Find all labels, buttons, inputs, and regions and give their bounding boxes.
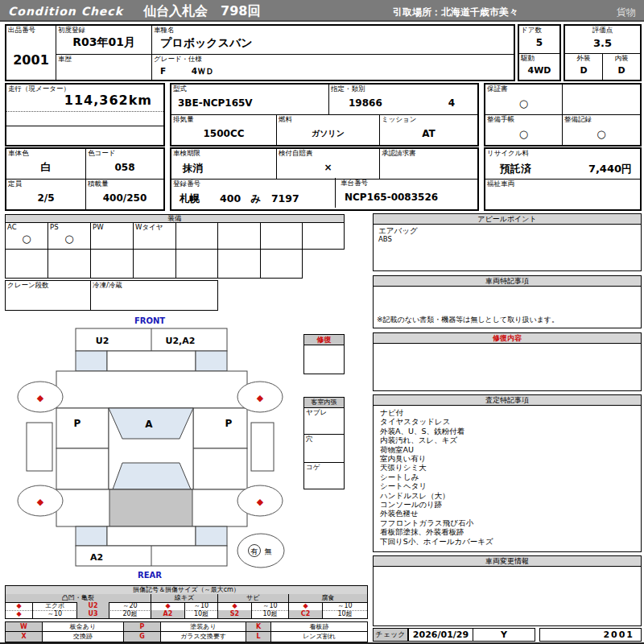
approval-cell: 承認請求書 xyxy=(380,149,477,180)
equipment-row2-cell xyxy=(5,249,48,279)
welfare-cell: 福祉車両 xyxy=(485,180,640,209)
load-label: 積載量 xyxy=(86,180,163,188)
type-cell: 型式 3BE-NCP165V xyxy=(171,85,329,115)
door-right-code: P xyxy=(225,418,233,429)
jibaiseki-label: 検付自賠責 xyxy=(277,149,379,158)
car-damage-diagram: FRONT U2 U2,A2 P P A ◆ ◆ ◆ ◆ xyxy=(0,312,298,590)
check-date-box: 2026/01/29 Y xyxy=(408,628,535,642)
legend-desc-x: 交換跡 xyxy=(43,632,124,642)
mileage-table: 走行（現メーター） 114,362km xyxy=(5,83,165,147)
equipment-title: 装備 xyxy=(168,214,182,222)
legend-code-u3: U3 xyxy=(77,610,109,618)
repair-content-title: 修復内容 xyxy=(374,333,641,344)
interior-cell: 内装 D xyxy=(603,54,640,80)
body-color-value: 白 xyxy=(6,160,85,175)
legend-code-k: K xyxy=(246,622,271,632)
first-reg-label: 初度登録 xyxy=(56,26,151,35)
interior-label: 内装 xyxy=(603,54,640,63)
doors-cell: ドア数 5 xyxy=(519,26,559,54)
vehicle-category: 貨物 xyxy=(617,6,636,19)
assessment-item: 下回りS小、ホイールカバーキズ xyxy=(380,537,634,546)
equipment-mark: ○ xyxy=(6,233,47,245)
legend-size: ～10 xyxy=(185,602,218,610)
assessment-item: シートヘタリ xyxy=(380,481,634,490)
rear-window xyxy=(113,463,191,489)
lot-number-value: 2001 xyxy=(6,52,56,67)
legend-code-l: L xyxy=(246,632,271,642)
appeal-title: アピールポイント xyxy=(374,214,641,225)
legend-size: ～10 xyxy=(252,602,289,610)
legend-size: 10超 xyxy=(252,610,289,618)
recycle-cell: リサイクル料 預託済 7,440円 xyxy=(485,149,640,180)
type-value: 3BE-NCP165V xyxy=(178,97,253,109)
mileage-divider-solid xyxy=(6,112,163,126)
legend-code-s2: S2 xyxy=(218,610,252,618)
legend-desc-l: レンズ割れ xyxy=(271,632,367,642)
repair-code-legend: W 板金あり P 塗装あり K 看板跡 X 交換跡 G ガラス交換要す L レン… xyxy=(5,621,368,642)
mission-label: ミッション xyxy=(380,115,477,124)
inspection-value: 抹消 xyxy=(183,162,203,175)
legend-size: 10超 xyxy=(185,610,218,618)
assessment-item: シートしみ xyxy=(380,473,634,481)
capacity-value: 2/5 xyxy=(6,192,85,204)
equipment-cell-wtire: Wタイヤ xyxy=(133,222,176,250)
history-cell: 車歴 xyxy=(56,55,152,80)
body-color-label: 車体色 xyxy=(6,149,85,158)
approval-label: 承認請求書 xyxy=(380,149,477,158)
spare-no-label: 無 xyxy=(265,547,272,555)
first-reg-cell: 初度登録 R03年01月 xyxy=(56,26,152,55)
rear-gate xyxy=(107,526,196,546)
check-inspector: Y xyxy=(473,629,535,641)
jibaiseki-cell: 検付自賠責 × xyxy=(277,149,380,180)
maintenance-record-cell: 整備記録 ○ xyxy=(563,115,640,145)
equipment-label: Wタイヤ xyxy=(134,223,175,232)
appeal-item: エアバッグ xyxy=(378,226,636,235)
diamond-icon: ◆ xyxy=(151,602,185,610)
equipment-row2-cell xyxy=(175,249,218,279)
hood-panel xyxy=(56,371,247,408)
door-left-code: P xyxy=(74,418,81,429)
equipment-cell-empty xyxy=(302,222,345,250)
drive-value: 4WD xyxy=(519,64,559,75)
displacement-cell: 排気量 1500CC xyxy=(171,115,277,145)
equipment-row2-cell xyxy=(217,249,261,279)
recycle-fee: 7,440円 xyxy=(588,162,632,176)
doors-label: ドア数 xyxy=(519,26,559,35)
legend-code-w: W xyxy=(6,622,43,632)
legend-code-g: G xyxy=(124,632,161,642)
appeal-section: アピールポイント エアバッグ ABS xyxy=(373,213,642,271)
legend-code-u2: U2 xyxy=(77,602,109,610)
lot-number-cell: 出品番号 2001 xyxy=(6,26,56,80)
front-label: FRONT xyxy=(134,316,165,325)
equipment-cell-ac: AC ○ xyxy=(5,222,48,250)
diamond-icon: ◆ xyxy=(6,602,33,610)
assessment-item: 内装汚れ、スレ、キズ xyxy=(380,436,634,444)
mission-value: AT xyxy=(380,128,477,139)
cabin-lining-title: 客室内張 xyxy=(304,398,344,408)
legend-desc-g: ガラス交換要す xyxy=(161,632,246,642)
score-table: 評価点 3.5 外装 D 内装 D xyxy=(564,24,642,81)
rear-door-left xyxy=(56,448,109,489)
cabin-cell-tear: ヤブレ xyxy=(304,408,344,435)
condition-check-sheet: Condition Check 仙台入札会 798回 引取場所：北海道千歳市美々… xyxy=(0,0,644,644)
doors-drive-table: ドア数 5 駆動 4WD xyxy=(518,24,561,81)
front-door-left xyxy=(56,408,109,448)
grade-value: F 4ＷＤ xyxy=(160,66,214,77)
rear-door-right xyxy=(193,448,247,489)
equipment-cell-empty xyxy=(175,222,218,250)
rear-bumper-left-code: A2 xyxy=(90,552,103,563)
color-code-label: 色コード xyxy=(86,149,163,158)
assessment-item: コンソールのり跡 xyxy=(380,500,634,509)
assessment-item: ハンドルスレ（大） xyxy=(380,491,634,500)
model-label: 車種名 xyxy=(152,26,514,35)
interior-value: D xyxy=(603,64,640,75)
body-color-cell: 車体色 白 xyxy=(6,149,86,180)
warranty-mark: ○ xyxy=(485,97,562,109)
repair-mini-box: 修復 xyxy=(303,334,345,374)
grade-label: グレード・仕様 xyxy=(152,55,514,64)
equipment-row2-cell xyxy=(133,249,176,279)
chassis-label: 車台番号 xyxy=(339,179,368,188)
legend-dent-desc: ～10 xyxy=(33,610,77,618)
exterior-label: 外装 xyxy=(565,54,602,63)
equipment-cell-empty xyxy=(260,222,303,250)
